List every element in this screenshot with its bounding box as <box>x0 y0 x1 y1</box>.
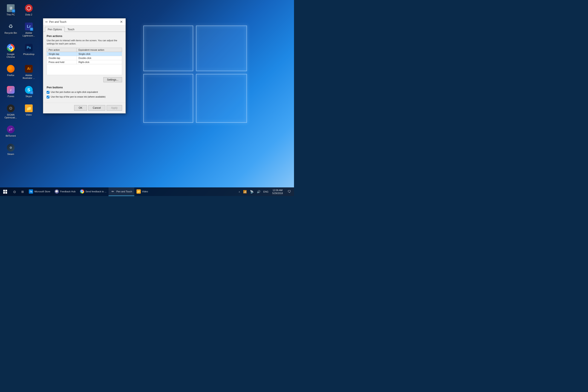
system-clock[interactable]: 12:06 AM 5/29/2018 <box>270 188 285 196</box>
itunes-label: iTunes <box>7 95 14 98</box>
tray-expand-arrow[interactable]: ∧ <box>238 191 241 193</box>
svg-marker-6 <box>144 74 193 122</box>
ai-label: Adobe Illustrator ... <box>21 74 36 80</box>
desktop-icon-video[interactable]: 📁 Video <box>20 102 38 121</box>
equivalent-right-click: Right-click <box>77 60 122 64</box>
taskbar-app-pen-touch[interactable]: ✏ Pen and Touch <box>108 188 134 196</box>
taskbar-app-store[interactable]: 🛍 Microsoft Store <box>27 188 52 196</box>
language-indicator[interactable]: ENG <box>262 188 269 196</box>
video-label: Video <box>26 114 32 116</box>
checkbox-right-click-label: Use the pen button as a right-click equi… <box>51 91 98 93</box>
store-label: Microsoft Store <box>34 190 50 193</box>
pen-actions-desc: Use the pen to interact with items on th… <box>47 39 122 46</box>
desktop-icon-firefox[interactable]: Firefox <box>2 63 19 81</box>
dota-icon <box>25 4 33 12</box>
desktop-icon-recycle[interactable]: ♻ Recycle Bin <box>2 20 19 39</box>
sigma-label: SIGMA Optimizati... <box>3 114 18 119</box>
close-button[interactable]: ✕ <box>119 20 123 24</box>
pen-icon: ✏ <box>45 20 48 24</box>
taskbar-app-send-feedback[interactable]: Send feedback to ... <box>78 188 109 196</box>
shield-overlay-lr: 🛡 <box>30 28 33 31</box>
taskbar-app-video[interactable]: 📁 Video <box>134 188 150 196</box>
settings-button[interactable]: Settings... <box>103 77 122 82</box>
dialog-title: Pen and Touch <box>49 20 66 24</box>
desktop-icon-sigma[interactable]: ⚙ SIGMA Optimizati... <box>2 102 19 121</box>
sigma-icon: ⚙ <box>7 104 14 112</box>
recycle-icon: ♻ <box>7 22 14 30</box>
table-row[interactable]: Single-tap Single-click <box>47 52 122 56</box>
table-header-action: Pen action <box>47 48 77 52</box>
desktop-icon-steam[interactable]: ⚙ Steam <box>2 142 19 157</box>
pen-actions-title: Pen actions <box>47 34 122 38</box>
dialog-body: Pen actions Use the pen to interact with… <box>43 32 126 103</box>
table-row[interactable]: Press and hold Right-click <box>47 60 122 64</box>
tray-network-icon[interactable]: 📶 <box>242 188 248 196</box>
desktop: 🖥 🛡 This PC Dota 2 ♻ Recycle B <box>0 0 294 196</box>
clock-time: 12:06 AM <box>272 189 282 192</box>
start-button[interactable] <box>0 188 10 196</box>
store-icon: 🛍 <box>29 189 33 194</box>
pen-taskbar-icon: ✏ <box>111 189 115 194</box>
send-feedback-label: Send feedback to ... <box>86 190 106 193</box>
tray-wifi-icon[interactable]: 📡 <box>249 188 255 196</box>
settings-btn-row: Settings... <box>47 77 122 82</box>
ok-button[interactable]: OK <box>74 105 87 111</box>
windows-logo <box>133 22 262 129</box>
desktop-icon-lr[interactable]: Lr 🛡 Adobe Lightroom... <box>20 20 38 39</box>
system-tray: ∧ 📶 📡 🔊 ENG 12:06 AM 5/29/2018 🗨 <box>236 188 294 196</box>
shield-overlay: 🛡 <box>12 10 15 12</box>
pen-actions-table: Pen action Equivalent mouse action Singl… <box>47 48 122 75</box>
desktop-icon-chrome[interactable]: Google Chrome <box>2 42 19 60</box>
feedback-label: Feedback Hub <box>60 190 76 193</box>
cancel-button[interactable]: Cancel <box>88 105 105 111</box>
pen-touch-label: Pen and Touch <box>116 190 132 193</box>
chrome-icon <box>7 44 14 52</box>
shield-overlay-skype: 🛡 <box>30 91 33 94</box>
apply-button[interactable]: Apply <box>106 105 122 111</box>
action-single-tap: Single-tap <box>47 52 77 56</box>
ps-icon: Ps <box>25 44 33 52</box>
action-double-tap: Double-tap <box>47 56 77 60</box>
lr-label: Adobe Lightroom... <box>21 32 36 37</box>
checkbox-right-click[interactable] <box>47 91 50 94</box>
video-icon: 📁 <box>25 104 33 112</box>
notification-button[interactable]: 🗨 <box>286 188 293 196</box>
desktop-icon-ai[interactable]: Ai Adobe Illustrator ... <box>20 63 38 81</box>
equivalent-double-click: Double-click <box>77 56 122 60</box>
dota2-label: Dota 2 <box>25 13 32 16</box>
taskview-icon: ⊞ <box>21 190 24 194</box>
feedback-icon: 💬 <box>54 189 59 194</box>
table-row-empty <box>47 64 122 75</box>
chrome-taskbar-icon <box>80 189 84 194</box>
ai-icon: Ai <box>25 65 33 73</box>
desktop-icon-ps[interactable]: Ps Photoshop <box>20 42 38 60</box>
desktop-icon-dota2[interactable]: Dota 2 <box>20 2 38 18</box>
task-view-button[interactable]: ⊞ <box>18 188 27 196</box>
tab-touch[interactable]: Touch <box>65 27 77 32</box>
checkbox-erase-ink-label: Use the top of the pen to erase ink (whe… <box>51 96 106 98</box>
thispc-label: This PC <box>6 13 15 16</box>
search-button[interactable]: ⊙ <box>10 188 18 196</box>
checkbox-erase-ink[interactable] <box>47 96 50 98</box>
desktop-icon-thispc[interactable]: 🖥 🛡 This PC <box>2 2 19 18</box>
equivalent-single-click: Single-click <box>77 52 122 56</box>
firefox-label: Firefox <box>7 74 14 77</box>
taskbar: ⊙ ⊞ 🛍 Microsoft Store 💬 Feedback Hub Sen… <box>0 188 294 196</box>
dialog-tabs: Pen Options Touch <box>43 25 126 32</box>
dialog-title-left: ✏ Pen and Touch <box>45 20 66 24</box>
tab-pen-options[interactable]: Pen Options <box>45 27 65 32</box>
taskbar-app-feedback[interactable]: 💬 Feedback Hub <box>52 188 78 196</box>
svg-marker-7 <box>196 74 247 122</box>
desktop-icon-itunes[interactable]: ♪ iTunes <box>2 84 19 100</box>
desktop-icons: 🖥 🛡 This PC Dota 2 ♻ Recycle B <box>2 2 38 158</box>
bt-icon: μT <box>7 126 14 133</box>
itunes-icon: ♪ <box>7 86 14 94</box>
svg-marker-5 <box>196 26 247 71</box>
table-row[interactable]: Double-tap Double-click <box>47 56 122 60</box>
desktop-icon-skype[interactable]: S 🛡 Skype <box>20 84 38 100</box>
tray-volume-icon[interactable]: 🔊 <box>256 188 262 196</box>
desktop-icon-bittorrent[interactable]: μT BitTorrent <box>2 123 19 139</box>
checkbox-erase-ink-row: Use the top of the pen to erase ink (whe… <box>47 96 122 98</box>
search-icon: ⊙ <box>13 190 16 194</box>
steam-label: Steam <box>7 153 14 156</box>
